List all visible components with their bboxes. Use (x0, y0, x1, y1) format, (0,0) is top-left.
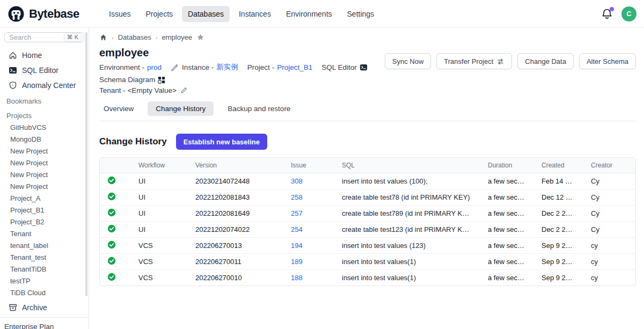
sidebar-project-item[interactable]: testTP (0, 275, 89, 287)
change-history-row[interactable]: UI20221202074022254create table test123 … (100, 222, 635, 238)
avatar[interactable]: C (621, 6, 636, 21)
edit-pencil-icon[interactable] (180, 87, 187, 94)
sql-cell: insert into test values(1) (333, 254, 479, 270)
database-meta-line1: Environment - prod Instance - 新实例 Projec… (99, 62, 385, 84)
page-header: employee Environment - prod Instance - 新… (99, 46, 636, 97)
home-icon (9, 51, 17, 60)
sync-now-button[interactable]: Sync Now (385, 53, 431, 69)
sql-cell: create table test78 (id int PRIMARY KEY) (333, 189, 479, 206)
tenant-label: Tenant - <Empty Value> (99, 86, 177, 94)
creator-cell: cy (582, 270, 635, 286)
sidebar-project-item[interactable]: Tenant_test (0, 252, 89, 264)
nav-item-settings[interactable]: Settings (341, 6, 380, 22)
sidebar-item-home[interactable]: Home (0, 48, 89, 63)
notification-bell-icon[interactable] (601, 8, 613, 20)
change-data-button[interactable]: Change Data (517, 53, 574, 69)
issue-link[interactable]: 258 (291, 193, 303, 201)
created-cell: Feb 14 15:32 (533, 173, 582, 189)
issue-link[interactable]: 189 (291, 258, 303, 266)
sidebar-scrollbar[interactable] (85, 32, 87, 296)
sql-cell: insert into test values (100); (333, 173, 479, 189)
search-input[interactable]: Search ⌘ K (4, 32, 84, 42)
sidebar-project-item[interactable]: Tenant (0, 228, 89, 240)
sidebar-section-projects[interactable]: Projects (0, 107, 89, 122)
sidebar-project-item[interactable]: New Project (0, 145, 89, 157)
nav-item-projects[interactable]: Projects (140, 6, 179, 22)
duration-cell: a few seconds (479, 222, 533, 238)
instance-link[interactable]: 新实例 (216, 62, 238, 72)
sidebar-item-label: Archive (22, 303, 47, 312)
workflow-cell: UI (130, 189, 187, 206)
sidebar-item-anomaly-center[interactable]: Anomaly Center (0, 78, 89, 93)
creator-cell: cy (582, 254, 635, 270)
establish-baseline-button[interactable]: Establish new baseline (176, 134, 267, 150)
creator-cell: cy (582, 238, 635, 254)
main-nav: IssuesProjectsDatabasesInstancesEnvironm… (103, 6, 380, 22)
archive-icon (9, 303, 17, 312)
change-history-table: WorkflowVersionIssueSQLDurationCreatedCr… (99, 157, 636, 286)
tab-overview[interactable]: Overview (101, 101, 136, 116)
sql-cell: insert into test values (123) (333, 238, 479, 254)
instance-label: Instance - (182, 63, 214, 71)
issue-link[interactable]: 194 (291, 242, 303, 250)
creator-cell: Cy (582, 173, 635, 189)
issue-link[interactable]: 188 (291, 274, 303, 282)
sql-editor-link[interactable]: SQL Editor (321, 63, 368, 71)
schema-diagram-icon (158, 76, 165, 84)
sidebar-project-item[interactable]: Project_A (0, 193, 89, 204)
column-header-version: Version (187, 158, 282, 173)
success-check-icon (107, 176, 116, 185)
environment-link[interactable]: prod (147, 63, 162, 71)
workflow-cell: UI (130, 206, 187, 222)
sidebar-project-item[interactable]: tenant_label (0, 240, 89, 252)
tab-change-history[interactable]: Change History (148, 101, 214, 116)
nav-item-databases[interactable]: Databases (182, 6, 230, 22)
sidebar-project-item[interactable]: TiDB Cloud (0, 287, 89, 299)
nav-item-instances[interactable]: Instances (233, 6, 277, 22)
project-link[interactable]: Project_B1 (277, 63, 312, 71)
change-history-row[interactable]: VCS202206270013194insert into test value… (100, 238, 635, 254)
nav-item-issues[interactable]: Issues (103, 6, 136, 22)
sidebar-project-item[interactable]: Project_B1 (0, 204, 89, 216)
column-header-workflow: Workflow (130, 158, 187, 173)
issue-link[interactable]: 257 (291, 209, 303, 217)
breadcrumb-item-databases[interactable]: Databases (118, 33, 151, 41)
sidebar-project-item[interactable]: TenantTiDB (0, 264, 89, 275)
breadcrumb-home-icon[interactable] (99, 33, 107, 41)
change-history-row[interactable]: VCS202206270011189insert into test value… (100, 254, 635, 270)
table-header-row: WorkflowVersionIssueSQLDurationCreatedCr… (100, 158, 635, 173)
success-check-icon (107, 273, 116, 281)
sidebar-project-item[interactable]: New Project (0, 169, 89, 181)
bytebase-logo-icon (8, 5, 25, 23)
sidebar-item-sql-editor[interactable]: SQL Editor (0, 63, 89, 78)
schema-diagram-link[interactable]: Schema Diagram (99, 76, 165, 84)
issue-link[interactable]: 254 (291, 225, 303, 233)
change-history-row[interactable]: VCS202206270010188insert into test value… (100, 270, 635, 286)
nav-item-environments[interactable]: Environments (280, 6, 338, 22)
created-cell: Sep 9 2022 (533, 254, 582, 270)
change-history-row[interactable]: UI20230214072448308insert into test valu… (100, 173, 635, 189)
creator-cell: Cy (582, 189, 635, 206)
sidebar-section-bookmarks[interactable]: Bookmarks (0, 93, 89, 107)
bookmark-star-icon[interactable] (196, 33, 204, 41)
sidebar-project-item[interactable]: MongoDB (0, 134, 89, 145)
alter-schema-button[interactable]: Alter Schema (579, 53, 636, 69)
app-logo[interactable]: Bytebase (8, 5, 93, 23)
shield-icon (9, 81, 17, 90)
tab-backup-and-restore[interactable]: Backup and restore (225, 101, 292, 116)
workflow-cell: VCS (130, 238, 187, 254)
sidebar-project-item[interactable]: GitHubVCS (0, 122, 89, 134)
transfer-project-button[interactable]: Transfer Project (436, 53, 512, 69)
sidebar-project-item[interactable]: New Project (0, 181, 89, 193)
issue-link[interactable]: 308 (291, 177, 303, 185)
change-history-row[interactable]: UI20221202081843258create table test78 (… (100, 189, 635, 206)
success-check-icon (107, 257, 116, 265)
sidebar-project-item[interactable]: Project_B2 (0, 216, 89, 228)
version-cell: 20221202074022 (187, 222, 282, 238)
sidebar-project-item[interactable]: New Project (0, 157, 89, 169)
breadcrumb-item-current[interactable]: employee (162, 33, 192, 41)
success-check-icon (107, 224, 116, 233)
duration-cell: a few seconds (479, 238, 533, 254)
change-history-row[interactable]: UI20221202081649257create table test789 … (100, 206, 635, 222)
sidebar-item-archive[interactable]: Archive (0, 299, 89, 317)
